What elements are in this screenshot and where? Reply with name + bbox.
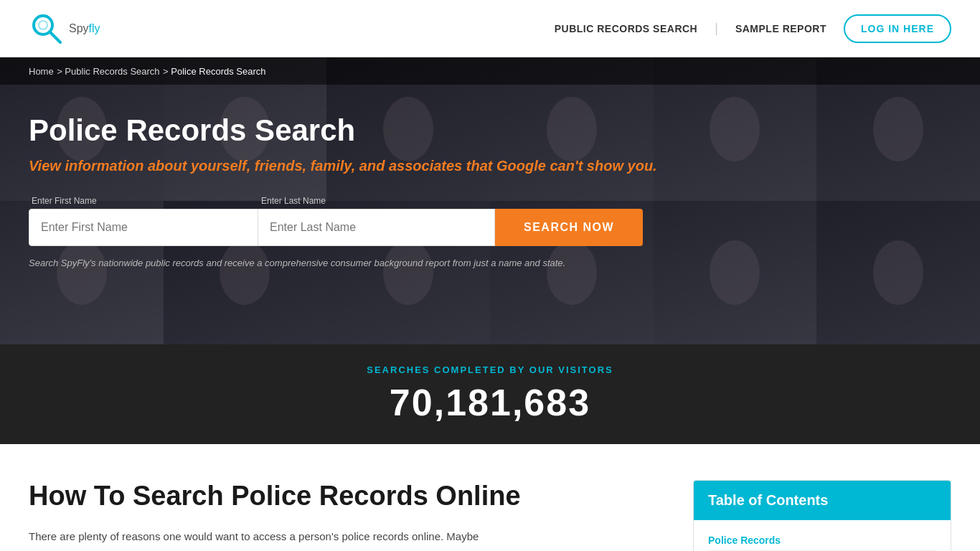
last-name-input[interactable] (258, 209, 495, 246)
main-content: How To Search Police Records Online Ther… (29, 480, 664, 551)
logo-fly: fly (89, 22, 100, 34)
logo[interactable]: Spyfly (29, 11, 100, 47)
hero-section: Home > Public Records Search > Police Re… (0, 57, 980, 344)
breadcrumb-sep2: > (163, 66, 171, 77)
first-name-label: Enter First Name (32, 196, 258, 206)
hero-title: Police Records Search (29, 113, 951, 148)
last-name-group: Enter Last Name (258, 196, 495, 246)
breadcrumb-public-records[interactable]: Public Records Search (65, 66, 159, 77)
toc-link-item[interactable]: Police Records (708, 530, 936, 551)
hero-disclaimer: Search SpyFly's nationwide public record… (29, 258, 951, 268)
stats-label: SEARCHES COMPLETED BY OUR VISITORS (0, 364, 980, 375)
breadcrumb-current: Police Records Search (171, 66, 265, 77)
site-header: Spyfly PUBLIC RECORDS SEARCH | SAMPLE RE… (0, 0, 980, 57)
stats-number: 70,181,683 (0, 381, 980, 424)
stats-bar: SEARCHES COMPLETED BY OUR VISITORS 70,18… (0, 344, 980, 444)
toc-header: Table of Contents (694, 481, 951, 520)
main-paragraph: There are plenty of reasons one would wa… (29, 527, 664, 546)
breadcrumb-home[interactable]: Home (29, 66, 54, 77)
breadcrumb-sep1: > (57, 66, 65, 77)
first-name-input[interactable] (29, 209, 258, 246)
logo-text: Spyfly (69, 22, 100, 35)
first-name-group: Enter First Name (29, 196, 258, 246)
logo-spy: Spy (69, 22, 89, 34)
breadcrumb: Home > Public Records Search > Police Re… (0, 57, 980, 85)
svg-line-1 (50, 32, 60, 42)
toc-title: Table of Contents (708, 492, 828, 508)
nav-sample-report[interactable]: SAMPLE REPORT (735, 23, 826, 34)
last-name-label: Enter Last Name (261, 196, 495, 206)
header-nav: PUBLIC RECORDS SEARCH | SAMPLE REPORT LO… (555, 14, 951, 43)
search-button[interactable]: SEARCH NOW (495, 209, 643, 246)
svg-point-2 (39, 21, 47, 29)
hero-subtitle: View information about yourself, friends… (29, 158, 951, 174)
search-form: Enter First Name Enter Last Name SEARCH … (29, 196, 951, 246)
hero-overlay: Police Records Search View information a… (0, 85, 980, 290)
table-of-contents: Table of Contents Police RecordsHow Do I… (693, 480, 951, 551)
main-title: How To Search Police Records Online (29, 480, 664, 513)
login-button[interactable]: LOG IN HERE (844, 14, 951, 43)
toc-links: Police RecordsHow Do I Get Police Record… (694, 520, 951, 551)
nav-public-records[interactable]: PUBLIC RECORDS SEARCH (555, 23, 698, 34)
content-section: How To Search Police Records Online Ther… (0, 444, 980, 551)
nav-divider: | (715, 21, 718, 36)
logo-icon (29, 11, 65, 47)
